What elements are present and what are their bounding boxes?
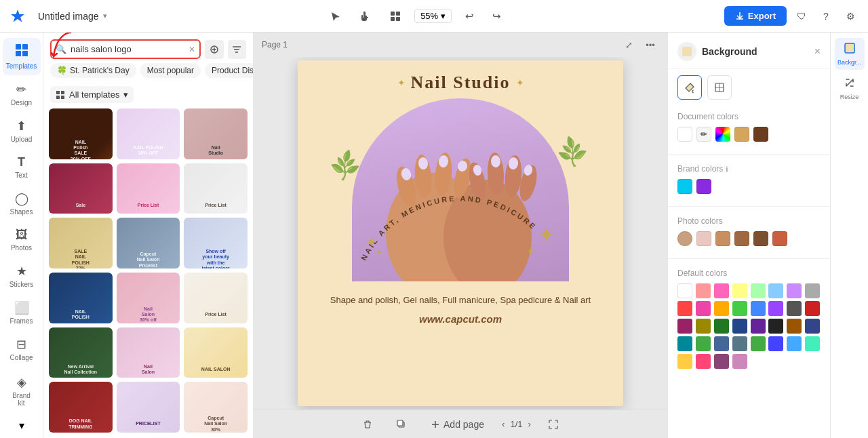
- def-color-11[interactable]: [714, 301, 729, 316]
- def-color-16[interactable]: [805, 301, 820, 316]
- sidebar-item-text[interactable]: T Text: [3, 150, 41, 184]
- def-color-4[interactable]: [732, 283, 747, 298]
- canvas-expand-button[interactable]: ⤢: [620, 36, 637, 54]
- canvas-document[interactable]: ✦ Nail Studio ✦: [298, 60, 623, 406]
- bg-fill-tool-button[interactable]: [677, 75, 702, 100]
- sidebar-item-design[interactable]: ✏ Design: [3, 77, 41, 112]
- list-item[interactable]: NAIL SALON: [184, 327, 248, 378]
- def-color-36[interactable]: [732, 354, 747, 369]
- list-item[interactable]: PRICELIST: [117, 382, 180, 433]
- undo-button[interactable]: ↩: [460, 7, 479, 26]
- prev-page-button[interactable]: ‹: [502, 419, 505, 429]
- def-color-14[interactable]: [768, 301, 783, 316]
- color-swatch-tan[interactable]: [734, 127, 749, 142]
- def-color-25[interactable]: [677, 336, 692, 351]
- sidebar-item-photos[interactable]: 🖼 Photos: [3, 222, 41, 257]
- def-color-9[interactable]: [677, 301, 692, 316]
- sidebar-item-brand[interactable]: ◈ Brandkit: [3, 370, 41, 412]
- def-color-30[interactable]: [768, 336, 783, 351]
- def-color-20[interactable]: [732, 319, 747, 334]
- def-color-10[interactable]: [696, 301, 711, 316]
- list-item[interactable]: Price List: [184, 163, 248, 214]
- def-color-2[interactable]: [696, 283, 711, 298]
- tag-popular[interactable]: Most popular: [140, 63, 201, 78]
- list-item[interactable]: SALENAILPOLISH70%: [49, 218, 113, 268]
- help-button[interactable]: ?: [816, 7, 835, 26]
- def-color-18[interactable]: [696, 319, 711, 334]
- photo-color-5[interactable]: [753, 231, 768, 246]
- layout-tool-button[interactable]: [384, 5, 406, 27]
- def-color-19[interactable]: [714, 319, 729, 334]
- add-page-button[interactable]: Add page: [424, 415, 491, 434]
- sidebar-item-templates[interactable]: Templates: [3, 38, 41, 75]
- hand-tool-button[interactable]: [355, 5, 376, 27]
- shield-icon-button[interactable]: 🛡: [792, 7, 811, 26]
- def-color-35[interactable]: [714, 354, 729, 369]
- def-color-32[interactable]: [805, 336, 820, 351]
- photo-color-1[interactable]: [677, 231, 692, 246]
- rail-button-resize[interactable]: Resize: [835, 73, 865, 104]
- def-color-15[interactable]: [787, 301, 802, 316]
- list-item[interactable]: Show offyour beautywith thelatest colors: [184, 218, 248, 268]
- sidebar-item-shapes[interactable]: ◯ Shapes: [3, 186, 41, 221]
- list-item[interactable]: NailSalon: [117, 327, 180, 378]
- brand-color-purple[interactable]: [696, 179, 711, 194]
- def-color-24[interactable]: [805, 319, 820, 334]
- search-clear-button[interactable]: ✕: [189, 45, 195, 54]
- sidebar-item-stickers[interactable]: ★ Stickers: [3, 258, 41, 294]
- list-item[interactable]: CapcutNail SalonPricelist: [117, 218, 180, 268]
- color-swatch-rainbow[interactable]: [715, 127, 730, 142]
- def-color-34[interactable]: [696, 354, 711, 369]
- brand-color-cyan[interactable]: [677, 179, 692, 194]
- def-color-22[interactable]: [768, 319, 783, 334]
- visual-search-button[interactable]: [205, 40, 224, 59]
- next-page-button[interactable]: ›: [528, 419, 531, 429]
- def-color-5[interactable]: [751, 283, 766, 298]
- sidebar-item-upload[interactable]: ⬆ Upload: [3, 113, 41, 148]
- list-item[interactable]: CapcutNail Salon30%: [184, 382, 248, 433]
- bg-panel-close-button[interactable]: ×: [814, 45, 821, 58]
- photo-color-2[interactable]: [696, 231, 711, 246]
- def-color-1[interactable]: [677, 283, 692, 298]
- settings-button[interactable]: ⚙: [841, 7, 860, 26]
- bg-pattern-tool-button[interactable]: [707, 75, 732, 100]
- def-color-27[interactable]: [714, 336, 729, 351]
- canvas-more-button[interactable]: •••: [642, 36, 659, 54]
- fullscreen-button[interactable]: [542, 416, 565, 433]
- def-color-21[interactable]: [751, 319, 766, 334]
- def-color-33[interactable]: [677, 354, 692, 369]
- search-input[interactable]: [69, 41, 186, 58]
- def-color-28[interactable]: [732, 336, 747, 351]
- list-item[interactable]: Price List: [117, 163, 180, 214]
- list-item[interactable]: NAILPolishSALE30% OFF: [49, 108, 113, 159]
- duplicate-page-button[interactable]: [390, 416, 413, 433]
- def-color-31[interactable]: [787, 336, 802, 351]
- sidebar-item-frames[interactable]: ⬜ Frames: [3, 295, 41, 330]
- sidebar-item-more[interactable]: ▾: [3, 414, 41, 437]
- color-swatch-pencil[interactable]: ✏: [696, 127, 711, 142]
- list-item[interactable]: Sale: [49, 163, 113, 214]
- photo-color-6[interactable]: [772, 231, 787, 246]
- list-item[interactable]: New ArrivalNail Collection: [49, 327, 113, 378]
- all-templates-button[interactable]: All templates ▾: [50, 86, 134, 103]
- photo-color-4[interactable]: [734, 231, 749, 246]
- sidebar-item-collage[interactable]: ⊟ Collage: [3, 332, 41, 367]
- export-button[interactable]: Export: [724, 6, 787, 26]
- def-color-6[interactable]: [768, 283, 783, 298]
- def-color-29[interactable]: [751, 336, 766, 351]
- photo-color-3[interactable]: [715, 231, 730, 246]
- filter-button[interactable]: [228, 40, 247, 59]
- def-color-23[interactable]: [787, 319, 802, 334]
- color-swatch-white[interactable]: [677, 127, 692, 142]
- canvas-scroll[interactable]: ✦ Nail Studio ✦: [254, 57, 667, 410]
- list-item[interactable]: NAILPOLISH: [49, 273, 113, 323]
- list-item[interactable]: NailStudio: [184, 108, 248, 159]
- tag-product[interactable]: Product Dis...: [205, 63, 253, 78]
- color-swatch-brown[interactable]: [753, 127, 768, 142]
- document-title-area[interactable]: Untitled image ▾: [38, 11, 107, 22]
- def-color-26[interactable]: [696, 336, 711, 351]
- def-color-8[interactable]: [805, 283, 820, 298]
- rail-button-background[interactable]: Backgr...: [835, 38, 865, 70]
- zoom-control-button[interactable]: 55% ▾: [414, 9, 452, 23]
- app-logo[interactable]: [8, 7, 27, 26]
